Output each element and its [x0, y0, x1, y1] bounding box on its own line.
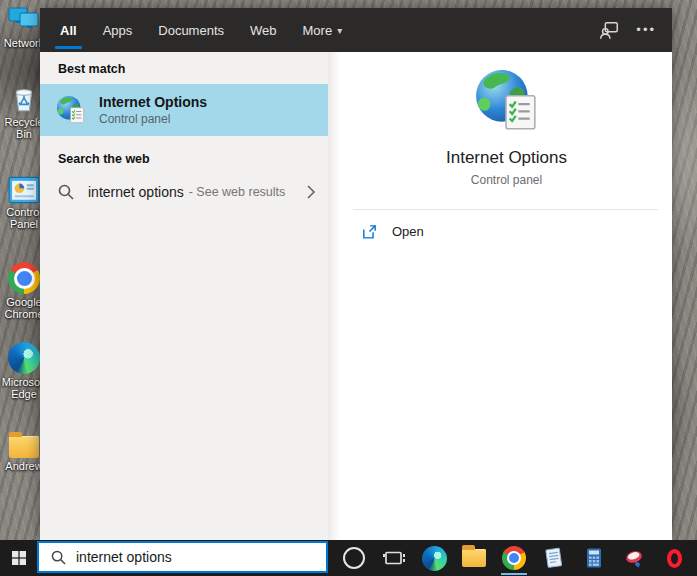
- tab-more[interactable]: More ▾: [303, 8, 343, 52]
- preview-subtitle: Control panel: [471, 173, 542, 187]
- tab-web[interactable]: Web: [250, 8, 277, 52]
- chrome-icon: [502, 546, 526, 570]
- account-feedback-icon: [598, 19, 620, 41]
- file-explorer-icon: [462, 549, 486, 567]
- calculator-button[interactable]: [574, 540, 614, 576]
- control-panel-icon: [8, 170, 40, 204]
- chrome-icon: [8, 260, 40, 294]
- taskbar-app-icons: [334, 540, 694, 576]
- cortana-button[interactable]: [334, 540, 374, 576]
- internet-options-icon: [56, 95, 86, 125]
- notepad-button[interactable]: [534, 540, 574, 576]
- web-search-suggestion[interactable]: internet options - See web results: [40, 174, 328, 210]
- account-feedback-button[interactable]: [598, 19, 620, 41]
- tab-label: Web: [250, 23, 277, 38]
- ellipsis-icon: •••: [636, 25, 656, 35]
- red-app-icon: [622, 546, 646, 570]
- chevron-right-icon[interactable]: [306, 184, 316, 200]
- desktop-icon-label: Andrew: [5, 460, 42, 472]
- open-label: Open: [392, 224, 424, 239]
- tab-label: More: [303, 23, 333, 38]
- task-view-button[interactable]: [374, 540, 414, 576]
- desktop-icon-label: Network: [4, 37, 44, 49]
- file-explorer-button[interactable]: [454, 540, 494, 576]
- best-match-heading: Best match: [40, 62, 328, 84]
- tab-all[interactable]: All: [60, 8, 77, 52]
- red-app-button[interactable]: [614, 540, 654, 576]
- calculator-icon: [582, 546, 606, 570]
- suggestion-query: internet options: [88, 184, 184, 200]
- header-actions: •••: [598, 8, 672, 52]
- filter-tabs: All Apps Documents Web More ▾: [40, 8, 342, 52]
- open-action[interactable]: Open: [341, 210, 672, 253]
- tab-apps[interactable]: Apps: [103, 8, 133, 52]
- start-button[interactable]: [0, 540, 37, 576]
- chrome-taskbar-button[interactable]: [494, 540, 534, 576]
- edge-taskbar-button[interactable]: [414, 540, 454, 576]
- network-icon: [8, 1, 40, 35]
- results-column: Best match Internet Options Control pane…: [40, 52, 328, 540]
- more-options-button[interactable]: •••: [636, 25, 656, 35]
- search-icon: [58, 184, 74, 200]
- result-subtitle: Control panel: [99, 112, 207, 127]
- desktop-screen: Network Recycle Bin Control Panel Google…: [0, 0, 697, 576]
- preview-title: Internet Options: [446, 148, 567, 168]
- search-results-area: Best match Internet Options Control pane…: [40, 52, 672, 540]
- recycle-bin-icon: [11, 80, 37, 114]
- search-icon: [51, 550, 66, 565]
- open-external-icon: [361, 223, 378, 240]
- column-divider: [328, 52, 341, 540]
- best-match-result[interactable]: Internet Options Control panel: [40, 84, 328, 136]
- notepad-icon: [542, 546, 566, 570]
- tab-label: Documents: [158, 23, 224, 38]
- best-match-text: Internet Options Control panel: [99, 94, 207, 127]
- taskbar-search-box[interactable]: internet options: [37, 541, 328, 573]
- suggestion-suffix: - See web results: [189, 185, 286, 199]
- search-flyout: All Apps Documents Web More ▾: [40, 8, 672, 540]
- edge-icon: [422, 546, 447, 571]
- preview-pane: Internet Options Control panel Open: [341, 52, 672, 540]
- result-title: Internet Options: [99, 94, 207, 111]
- windows-logo-icon: [11, 550, 27, 566]
- chevron-down-icon: ▾: [337, 25, 342, 36]
- folder-icon: [9, 424, 39, 458]
- search-filter-bar: All Apps Documents Web More ▾: [40, 8, 672, 52]
- cortana-icon: [343, 547, 365, 569]
- search-web-heading: Search the web: [40, 136, 328, 174]
- taskbar: internet options: [0, 540, 697, 576]
- tab-label: Apps: [103, 23, 133, 38]
- edge-icon: [8, 340, 40, 374]
- opera-button[interactable]: [654, 540, 694, 576]
- tab-documents[interactable]: Documents: [158, 8, 224, 52]
- tab-label: All: [60, 23, 77, 38]
- taskbar-search-value: internet options: [76, 549, 172, 565]
- opera-icon: [667, 549, 682, 568]
- internet-options-icon: [474, 68, 540, 134]
- task-view-icon: [382, 546, 406, 570]
